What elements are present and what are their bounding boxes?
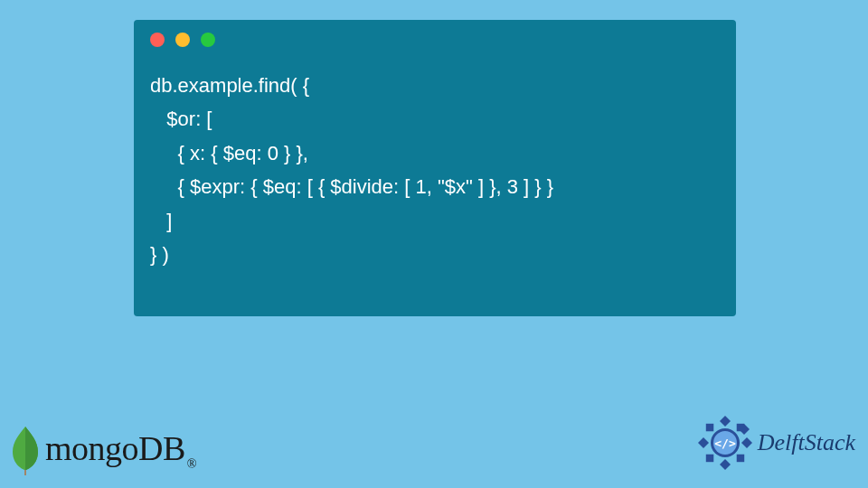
code-window: db.example.find( { $or: [ { x: { $eq: 0 … [134, 20, 736, 316]
delftstack-badge-icon: </> [696, 414, 754, 472]
window-controls [134, 20, 736, 54]
code-block: db.example.find( { $or: [ { x: { $eq: 0 … [134, 54, 736, 287]
mongodb-leaf-icon [7, 425, 43, 475]
delftstack-text: DelftStack [758, 429, 855, 456]
delftstack-logo: </> DelftStack [696, 414, 855, 472]
minimize-icon [175, 33, 190, 47]
mongodb-logo: mongoDB® [7, 425, 196, 475]
close-icon [150, 33, 165, 47]
maximize-icon [201, 33, 215, 47]
svg-text:</>: </> [714, 436, 736, 450]
mongodb-text: mongoDB® [45, 428, 196, 472]
